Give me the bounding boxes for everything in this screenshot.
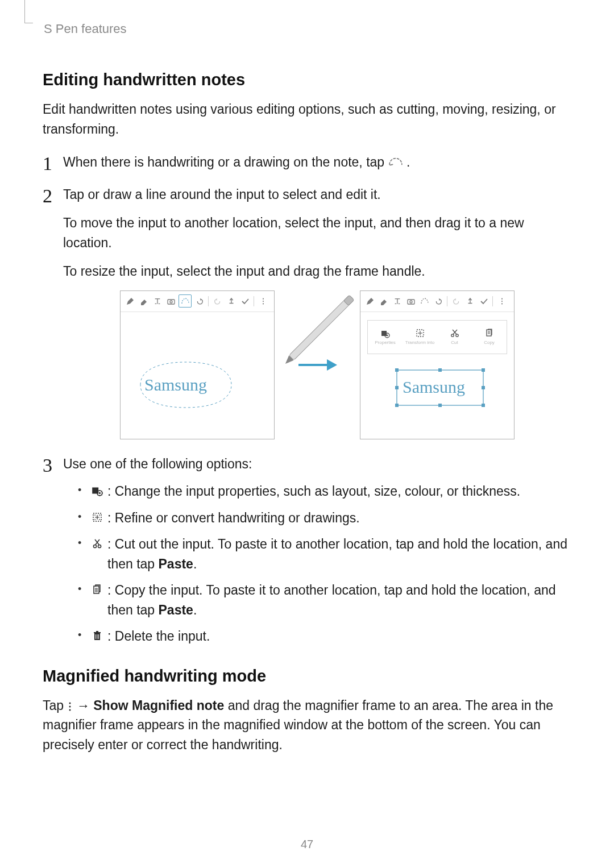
step-1-text-pre: When there is handwriting or a drawing o… bbox=[63, 155, 388, 169]
mag-pre: Tap bbox=[43, 698, 67, 713]
note-toolbar bbox=[121, 291, 274, 312]
svg-point-13 bbox=[501, 300, 502, 301]
svg-point-4 bbox=[262, 303, 263, 304]
lasso-selection-illustration: Samsung bbox=[138, 359, 234, 410]
svg-point-2 bbox=[262, 298, 263, 299]
svg-rect-29 bbox=[438, 404, 442, 407]
eraser-icon bbox=[377, 295, 389, 307]
pen-tool-icon bbox=[124, 295, 136, 307]
svg-rect-0 bbox=[168, 300, 175, 304]
transform-label: Transform into bbox=[405, 339, 434, 346]
step-number: 1 bbox=[43, 149, 52, 178]
step-2-line-1: Tap or draw a line around the input to s… bbox=[63, 185, 571, 205]
list-item: : Copy the input. To paste it to another… bbox=[78, 580, 571, 620]
intro-paragraph: Edit handwritten notes using various edi… bbox=[43, 99, 571, 139]
step-body: Use one of the following options: : Chan… bbox=[63, 454, 571, 646]
list-item: : Cut out the input. To paste it to anot… bbox=[78, 534, 571, 574]
svg-rect-26 bbox=[395, 386, 399, 389]
cut-label: Cut bbox=[451, 339, 458, 346]
toolbar-separator bbox=[254, 296, 254, 306]
more-icon bbox=[257, 295, 269, 307]
toolbar-separator bbox=[492, 296, 493, 306]
text-icon bbox=[151, 295, 163, 307]
undo-icon bbox=[193, 295, 205, 307]
handwriting-sample: Samsung bbox=[144, 375, 207, 394]
more-icon bbox=[67, 700, 73, 713]
step-number: 2 bbox=[43, 181, 52, 210]
document-page: S Pen features Editing handwritten notes… bbox=[0, 0, 614, 868]
svg-point-14 bbox=[501, 303, 502, 304]
transform-action: Transform into bbox=[403, 321, 437, 354]
svg-point-20 bbox=[455, 334, 458, 336]
undo-icon bbox=[432, 295, 444, 307]
copy-icon bbox=[90, 583, 104, 596]
camera-icon bbox=[405, 295, 417, 307]
cut-icon bbox=[90, 537, 104, 550]
option-list: : Change the input properties, such as l… bbox=[63, 481, 571, 646]
magnified-paragraph: Tap → Show Magnified note and drag the m… bbox=[43, 696, 571, 755]
stylus-illustration bbox=[268, 279, 371, 381]
svg-point-43 bbox=[69, 709, 71, 711]
properties-label: Properties bbox=[375, 339, 395, 346]
instruction-steps: 1 When there is handwriting or a drawing… bbox=[43, 152, 571, 646]
option-text-tail: . bbox=[193, 603, 197, 617]
attachment-icon bbox=[225, 295, 237, 307]
properties-icon bbox=[380, 328, 391, 338]
list-item: : Delete the input. bbox=[78, 626, 571, 646]
selection-tool-icon bbox=[388, 156, 403, 168]
svg-rect-23 bbox=[395, 368, 399, 372]
option-text-tail: . bbox=[193, 556, 197, 571]
cut-action: Cut bbox=[437, 321, 472, 354]
note-toolbar bbox=[360, 291, 514, 312]
redo-icon bbox=[450, 295, 462, 307]
svg-point-33 bbox=[99, 492, 101, 494]
section-magnified: Magnified handwriting mode Tap → Show Ma… bbox=[43, 667, 571, 755]
attachment-icon bbox=[464, 295, 476, 307]
step-2-line-2: To move the input to another location, s… bbox=[63, 213, 571, 252]
copy-label: Copy bbox=[484, 339, 495, 346]
step-2: 2 Tap or draw a line around the input to… bbox=[43, 185, 571, 439]
more-icon bbox=[496, 295, 508, 307]
svg-point-3 bbox=[262, 300, 263, 301]
step-body: Tap or draw a line around the input to s… bbox=[63, 185, 571, 439]
list-item: : Change the input properties, such as l… bbox=[78, 481, 571, 501]
svg-rect-27 bbox=[482, 386, 485, 389]
cut-icon bbox=[450, 328, 460, 338]
eraser-icon bbox=[138, 295, 150, 307]
handwriting-sample: Samsung bbox=[403, 377, 465, 396]
selection-action-toolbar: Properties Transform into Cut bbox=[367, 320, 507, 354]
paste-keyword: Paste bbox=[159, 556, 193, 571]
transform-icon bbox=[90, 510, 104, 524]
step-1: 1 When there is handwriting or a drawing… bbox=[43, 152, 571, 172]
delete-icon bbox=[90, 629, 104, 642]
svg-rect-25 bbox=[482, 368, 485, 372]
step-body: When there is handwriting or a drawing o… bbox=[63, 152, 571, 172]
mag-arrow: → bbox=[73, 698, 93, 713]
screenshot-panel-left: Samsung bbox=[120, 290, 275, 439]
svg-rect-21 bbox=[487, 330, 491, 336]
breadcrumb: S Pen features bbox=[44, 22, 571, 36]
svg-rect-10 bbox=[408, 300, 414, 304]
transform-icon bbox=[415, 328, 425, 338]
step-1-text-post: . bbox=[406, 155, 410, 169]
option-text: : Delete the input. bbox=[107, 629, 210, 643]
properties-icon bbox=[90, 484, 104, 497]
list-item: : Refine or convert handwriting or drawi… bbox=[78, 508, 571, 528]
copy-action: Copy bbox=[472, 321, 507, 354]
svg-rect-28 bbox=[395, 404, 399, 407]
svg-rect-24 bbox=[438, 368, 442, 372]
section-heading-editing: Editing handwritten notes bbox=[43, 70, 571, 89]
svg-point-12 bbox=[501, 298, 502, 299]
svg-rect-30 bbox=[482, 404, 485, 407]
page-number: 47 bbox=[0, 838, 614, 851]
svg-point-41 bbox=[69, 702, 71, 704]
section-heading-magnified: Magnified handwriting mode bbox=[43, 667, 571, 686]
paste-keyword: Paste bbox=[159, 603, 193, 617]
svg-rect-39 bbox=[94, 632, 101, 633]
illustration-figure: Samsung bbox=[63, 290, 571, 439]
step-number: 3 bbox=[43, 451, 52, 480]
svg-rect-5 bbox=[289, 295, 354, 360]
tab-handle-decor bbox=[24, 0, 33, 23]
option-text: : Change the input properties, such as l… bbox=[107, 484, 520, 499]
confirm-icon bbox=[478, 295, 489, 307]
